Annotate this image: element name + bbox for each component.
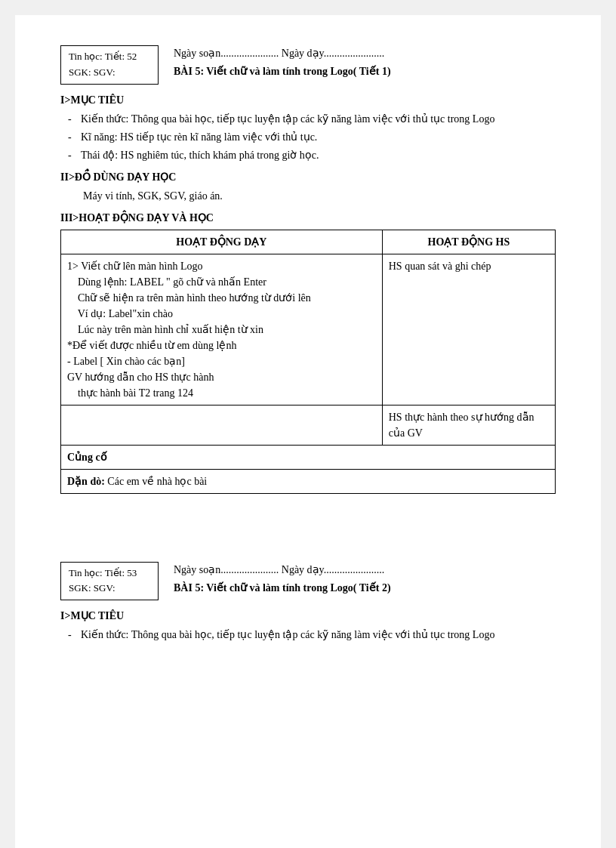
table-row-3: Củng cố <box>61 445 556 469</box>
lesson2-date: Ngày soạn...................... Ngày dạy… <box>174 562 556 578</box>
lesson1-section1-content: - Kiến thức: Thông qua bài học, tiếp tục… <box>68 111 556 163</box>
lesson1-bullet2: - Kĩ năng: HS tiếp tục rèn kĩ năng làm v… <box>68 129 556 145</box>
lesson2-bullet1: - Kiến thức: Thông qua bài học, tiếp tục… <box>68 627 556 643</box>
lesson2-info-box: Tin học: Tiết: 53 SGK: SGV: <box>60 562 159 601</box>
bullet-dash-1: - <box>68 111 77 127</box>
lesson1-section1-title: I>MỤC TIÊU <box>60 92 556 108</box>
bullet-dash-2: - <box>68 129 77 145</box>
table-cell-teacher-1: 1> Viết chữ lên màn hình Logo Dùng lệnh:… <box>61 254 383 405</box>
table-cell-cung-co: Củng cố <box>61 445 556 469</box>
lesson1-bullet2-text: Kĩ năng: HS tiếp tục rèn kĩ năng làm việ… <box>81 129 317 145</box>
table-header-student: HOẠT ĐỘNG HS <box>382 230 555 254</box>
lesson1-info-box: Tin học: Tiết: 52 SGK: SGV: <box>60 45 159 85</box>
cung-co-label: Củng cố <box>67 452 107 463</box>
lesson1-header-right: Ngày soạn...................... Ngày dạy… <box>174 45 556 79</box>
lesson1-header: Tin học: Tiết: 52 SGK: SGV: Ngày soạn...… <box>60 45 556 85</box>
table-header-teacher: HOẠT ĐỘNG DẠY <box>61 230 383 254</box>
lesson1-equipment: Máy vi tính, SGK, SGV, giáo án. <box>83 188 556 204</box>
table-row-4: Dặn dò: Các em về nhà học bài <box>61 469 556 493</box>
lesson1-title: BÀI 5: Viết chữ và làm tính trong Logo( … <box>174 63 556 79</box>
table-row-2: HS thực hành theo sự hướng dẫn của GV <box>61 405 556 445</box>
lesson1-info-line2: SGK: SGV: <box>69 65 150 81</box>
lesson2-info-line1: Tin học: Tiết: 53 <box>69 566 150 581</box>
table-header-row: HOẠT ĐỘNG DẠY HOẠT ĐỘNG HS <box>61 230 556 254</box>
lesson-2-block: Tin học: Tiết: 53 SGK: SGV: Ngày soạn...… <box>60 562 556 643</box>
lesson2-section1-content: - Kiến thức: Thông qua bài học, tiếp tục… <box>68 627 556 643</box>
bullet-dash-l2-1: - <box>68 627 77 643</box>
lesson1-activity-table: HOẠT ĐỘNG DẠY HOẠT ĐỘNG HS 1> Viết chữ l… <box>60 230 556 494</box>
table-row: 1> Viết chữ lên màn hình Logo Dùng lệnh:… <box>61 254 556 405</box>
lesson1-date: Ngày soạn...................... Ngày dạy… <box>174 45 556 61</box>
lesson2-header: Tin học: Tiết: 53 SGK: SGV: Ngày soạn...… <box>60 562 556 601</box>
lesson1-bullet3-text: Thái độ: HS nghiêm túc, thích khám phá t… <box>81 147 319 163</box>
lesson2-section1-title: I>MỤC TIÊU <box>60 608 556 624</box>
table-cell-student-1: HS quan sát và ghi chép <box>382 254 555 405</box>
lesson-1-block: Tin học: Tiết: 52 SGK: SGV: Ngày soạn...… <box>60 45 556 494</box>
lesson1-bullet3: - Thái độ: HS nghiêm túc, thích khám phá… <box>68 147 556 163</box>
lesson1-bullet1-text: Kiến thức: Thông qua bài học, tiếp tục l… <box>81 111 494 127</box>
table-cell-teacher-2 <box>61 405 383 445</box>
bullet-dash-3: - <box>68 147 77 163</box>
lesson1-bullet1: - Kiến thức: Thông qua bài học, tiếp tục… <box>68 111 556 127</box>
dan-do-text: Dặn dò: Các em về nhà học bài <box>67 476 207 487</box>
table-body: 1> Viết chữ lên màn hình Logo Dùng lệnh:… <box>61 254 556 493</box>
page-spacer <box>60 517 556 562</box>
lesson1-info-line1: Tin học: Tiết: 52 <box>69 49 150 65</box>
lesson1-section3-title: III>HOẠT ĐỘNG DẠY VÀ HỌC <box>60 210 556 226</box>
teacher-activity-1: 1> Viết chữ lên màn hình Logo Dùng lệnh:… <box>67 258 376 401</box>
table-cell-dan-do: Dặn dò: Các em về nhà học bài <box>61 469 556 493</box>
lesson2-info-line2: SGK: SGV: <box>69 581 150 597</box>
page: Tin học: Tiết: 52 SGK: SGV: Ngày soạn...… <box>15 15 601 848</box>
lesson2-header-right: Ngày soạn...................... Ngày dạy… <box>174 562 556 596</box>
lesson2-title: BÀI 5: Viết chữ và làm tính trong Logo( … <box>174 580 556 596</box>
lesson2-bullet1-text: Kiến thức: Thông qua bài học, tiếp tục l… <box>81 627 494 643</box>
lesson1-section2-title: II>ĐỒ DÙNG DẠY HỌC <box>60 169 556 185</box>
table-cell-student-2: HS thực hành theo sự hướng dẫn của GV <box>382 405 555 445</box>
